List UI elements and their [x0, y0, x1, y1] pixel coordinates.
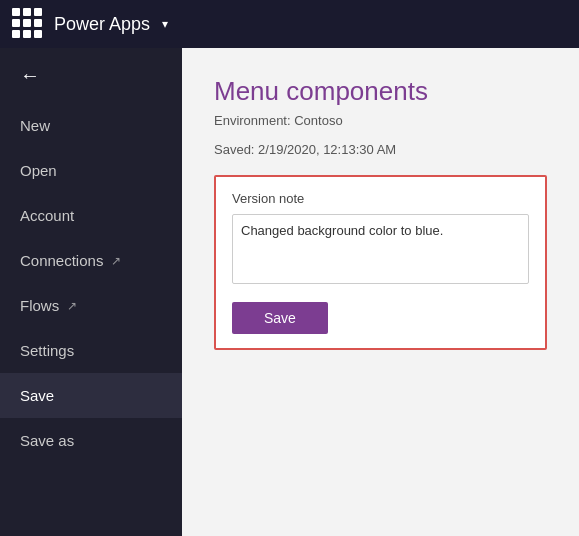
sidebar-item-settings[interactable]: Settings — [0, 328, 182, 373]
page-title: Menu components — [214, 76, 547, 107]
sidebar-item-open-label: Open — [20, 162, 57, 179]
main-content: Menu components Environment: Contoso Sav… — [182, 48, 579, 536]
header: Power Apps ▾ — [0, 0, 579, 48]
sidebar-item-save-as-label: Save as — [20, 432, 74, 449]
version-note-textarea[interactable] — [232, 214, 529, 284]
sidebar-item-save-label: Save — [20, 387, 54, 404]
sidebar-item-new-label: New — [20, 117, 50, 134]
sidebar-item-save[interactable]: Save — [0, 373, 182, 418]
back-icon: ← — [20, 64, 40, 87]
waffle-icon[interactable] — [12, 8, 44, 40]
sidebar-item-connections[interactable]: Connections ↗ — [0, 238, 182, 283]
app-title: Power Apps — [54, 14, 150, 35]
sidebar-item-save-as[interactable]: Save as — [0, 418, 182, 463]
version-note-label: Version note — [232, 191, 529, 206]
environment-label: Environment: Contoso — [214, 113, 547, 128]
save-version-button[interactable]: Save — [232, 302, 328, 334]
sidebar-item-open[interactable]: Open — [0, 148, 182, 193]
external-link-icon: ↗ — [111, 254, 121, 268]
sidebar-item-flows[interactable]: Flows ↗ — [0, 283, 182, 328]
sidebar-item-flows-label: Flows — [20, 297, 59, 314]
sidebar: ← New Open Account Connections ↗ Flows ↗… — [0, 48, 182, 536]
back-button[interactable]: ← — [0, 48, 182, 103]
sidebar-item-settings-label: Settings — [20, 342, 74, 359]
sidebar-item-connections-label: Connections — [20, 252, 103, 269]
version-card: Version note Save — [214, 175, 547, 350]
header-chevron-icon[interactable]: ▾ — [162, 17, 168, 31]
external-link-icon: ↗ — [67, 299, 77, 313]
sidebar-item-account-label: Account — [20, 207, 74, 224]
sidebar-item-new[interactable]: New — [0, 103, 182, 148]
sidebar-item-account[interactable]: Account — [0, 193, 182, 238]
saved-timestamp: Saved: 2/19/2020, 12:13:30 AM — [214, 142, 547, 157]
